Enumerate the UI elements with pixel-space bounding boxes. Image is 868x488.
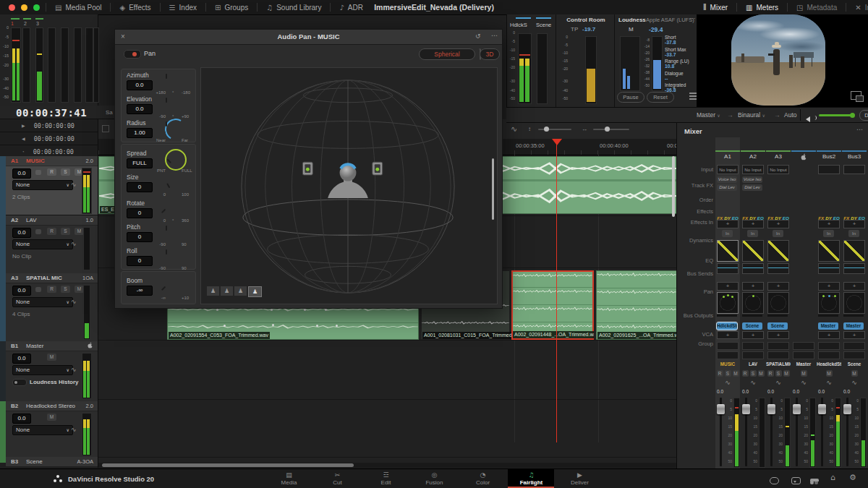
strip-rsm-button[interactable]: M bbox=[826, 370, 833, 377]
strip-input[interactable] bbox=[843, 165, 865, 174]
strip-pan-slider[interactable] bbox=[818, 314, 838, 317]
strip-pan-slider[interactable] bbox=[767, 314, 788, 317]
strip-rsm-button[interactable]: S bbox=[725, 370, 731, 377]
track-card-a3[interactable]: A3 SPATIAL MIC 1OA 0.0 RSM None∨ ∿ 4 Cli… bbox=[6, 273, 98, 342]
loudness-profile[interactable]: Apple ASAF (LUFS) bbox=[646, 17, 694, 23]
strip-fader-handle[interactable] bbox=[843, 404, 851, 414]
playhead-marker[interactable] bbox=[552, 139, 562, 145]
dialog-menu-icon[interactable]: ⋯ bbox=[491, 32, 498, 39]
page-tab-color[interactable]: ◔Color bbox=[459, 469, 507, 488]
transport-row[interactable]: ◀ 00:00:00:00 bbox=[0, 132, 98, 145]
lock-icon[interactable] bbox=[35, 170, 41, 175]
strip-automation-icon[interactable]: ∿ bbox=[842, 379, 867, 386]
strip-fader-value[interactable]: 0.0 bbox=[767, 389, 774, 394]
media-pool-button[interactable]: ▤Media Pool bbox=[46, 0, 110, 14]
strip-name[interactable]: MUSIC bbox=[715, 361, 740, 367]
strip-dynamics-graph[interactable] bbox=[767, 240, 789, 262]
track-pan-dropdown[interactable]: None∨ bbox=[12, 365, 73, 375]
strip-fader-value[interactable]: 0.0 bbox=[818, 389, 825, 394]
automation-icon[interactable]: ∿ bbox=[71, 426, 77, 433]
lock-icon[interactable] bbox=[35, 287, 41, 292]
mode-spherical-button[interactable]: Spherical bbox=[419, 48, 475, 60]
groups-button[interactable]: ⊞Groups bbox=[206, 0, 257, 14]
strip-fader-value[interactable]: 0.0 bbox=[717, 389, 723, 394]
index-button[interactable]: ☰Index bbox=[161, 0, 205, 14]
strip-effects-in[interactable]: In bbox=[747, 230, 758, 237]
strip-rsm-button[interactable]: M bbox=[783, 370, 790, 377]
control-value[interactable]: 0.0 bbox=[127, 104, 153, 114]
strip-name[interactable]: Master bbox=[791, 361, 816, 367]
waveform-zoom-icon[interactable]: ∿ bbox=[511, 124, 517, 134]
strip-fader-handle[interactable] bbox=[742, 404, 750, 414]
strip-pan-slider[interactable] bbox=[843, 314, 864, 317]
strip-automation-icon[interactable]: ∿ bbox=[791, 379, 816, 386]
strip-vca[interactable] bbox=[843, 342, 865, 350]
control-value[interactable]: 0.0 bbox=[127, 80, 153, 90]
strip-bus-output[interactable]: Scene bbox=[767, 322, 788, 330]
automation-icon[interactable]: ∿ bbox=[71, 240, 77, 247]
strip-id[interactable]: Bus2 bbox=[817, 153, 841, 160]
dim-button[interactable]: DIM bbox=[859, 110, 868, 121]
strip-group[interactable] bbox=[818, 351, 840, 359]
strip-trackfx[interactable]: Voice Iso bbox=[742, 176, 762, 183]
page-tab-cut[interactable]: ✂Cut bbox=[313, 469, 362, 488]
strip-pan-display[interactable] bbox=[767, 292, 789, 314]
strip-dynamics-graph[interactable] bbox=[843, 240, 865, 262]
track-gain[interactable]: 0.0 bbox=[12, 168, 31, 179]
track-card-b2[interactable]: B2 Headlocked Stereo 2.0 0.0 M None∨ ∿ bbox=[6, 401, 98, 458]
track-rsm-button[interactable]: R bbox=[47, 228, 56, 235]
clip-foa-3-selected[interactable]: A002_02091448_...OA_Trimmed.wav bbox=[511, 270, 594, 340]
strip-rsm-button[interactable]: S bbox=[750, 370, 757, 377]
effects-button[interactable]: ◈Effects bbox=[111, 0, 159, 14]
loudness-reset-button[interactable]: Reset bbox=[647, 92, 674, 103]
mixer-strip-spatialmic[interactable]: A3No InputFXDYEQ+In+Scene+SPATIALMICRSM∿… bbox=[766, 137, 791, 468]
strip-name[interactable]: HeadlckdStr bbox=[817, 361, 841, 367]
track-height-icon[interactable]: ↕ bbox=[528, 126, 531, 132]
strip-bus-output[interactable]: Master bbox=[843, 322, 864, 330]
strip-eq-graph[interactable] bbox=[818, 263, 840, 274]
strip-rsm-button[interactable]: M bbox=[733, 370, 739, 377]
page-tab-deliver[interactable]: ▶Deliver bbox=[556, 469, 604, 488]
monitor-source-dropdown[interactable]: Master ∨ bbox=[697, 111, 720, 119]
track-pan-dropdown[interactable]: None∨ bbox=[12, 297, 73, 307]
track-mute-button[interactable]: M bbox=[47, 354, 56, 361]
track-pan-dropdown[interactable]: None∨ bbox=[12, 239, 73, 249]
strip-trackfx[interactable]: Dial Lev bbox=[742, 184, 762, 191]
control-value[interactable]: -∞ bbox=[127, 286, 153, 296]
strip-effects-in[interactable]: In bbox=[773, 230, 783, 237]
strip-automation-icon[interactable]: ∿ bbox=[766, 379, 791, 386]
track-card-a1[interactable]: A1 MUSIC 2.0 0.0 RSM None∨ ∿ 2 Clips bbox=[6, 156, 98, 215]
strip-fader-value[interactable]: 0.0 bbox=[793, 389, 799, 394]
strip-dynamics-graph[interactable] bbox=[818, 240, 840, 262]
strip-pan-display[interactable] bbox=[843, 292, 865, 314]
strip-automation-icon[interactable]: ∿ bbox=[741, 379, 765, 386]
automation-icon[interactable]: ∿ bbox=[71, 181, 77, 188]
lock-icon[interactable] bbox=[35, 229, 41, 234]
v-scrollbar-thumb[interactable] bbox=[672, 156, 675, 217]
strip-input[interactable]: No Input bbox=[742, 165, 764, 174]
pan-3d-view[interactable]: ♟ ♟ ♟ ♟ bbox=[200, 67, 498, 304]
reset-icon[interactable]: ↺ bbox=[475, 33, 481, 40]
strip-bus-output[interactable]: Master bbox=[818, 322, 838, 330]
dialog-titlebar[interactable]: × Audio Pan - MUSIC ↺ ⋯ bbox=[115, 30, 502, 45]
strip-vca[interactable] bbox=[793, 342, 814, 350]
strip-pan-display[interactable] bbox=[717, 292, 739, 314]
strip-bus-sends[interactable]: + bbox=[843, 282, 865, 291]
strip-effects-in[interactable]: In bbox=[848, 230, 859, 237]
track-card-b1[interactable]: B1 Master 0.0 M None∨ ∿ Loudness History bbox=[6, 341, 98, 402]
timeline-tool-icon[interactable] bbox=[102, 125, 109, 132]
window-minimize-button[interactable] bbox=[21, 4, 27, 11]
track-mute-button[interactable]: M bbox=[47, 414, 56, 421]
zoom-horizontal-icon[interactable]: ↔ bbox=[582, 126, 587, 132]
track-rsm-button[interactable]: S bbox=[61, 228, 70, 235]
strip-effects-in[interactable]: In bbox=[722, 230, 733, 237]
track-rsm-button[interactable]: S bbox=[61, 168, 70, 176]
gear-icon[interactable]: ⚙ bbox=[849, 473, 856, 482]
strip-bus-output-add[interactable]: + bbox=[843, 331, 865, 339]
page-tab-edit[interactable]: ☲Edit bbox=[362, 469, 410, 488]
automation-icon[interactable]: ∿ bbox=[71, 298, 77, 305]
pan-toggle[interactable] bbox=[124, 50, 141, 59]
strip-effects-add[interactable]: + bbox=[818, 220, 840, 228]
inspector-toggle-button[interactable]: ✕Inspector bbox=[846, 0, 868, 14]
clip-foa-4[interactable]: A002_02091625_...OA_Trimmed.wav bbox=[596, 270, 677, 340]
